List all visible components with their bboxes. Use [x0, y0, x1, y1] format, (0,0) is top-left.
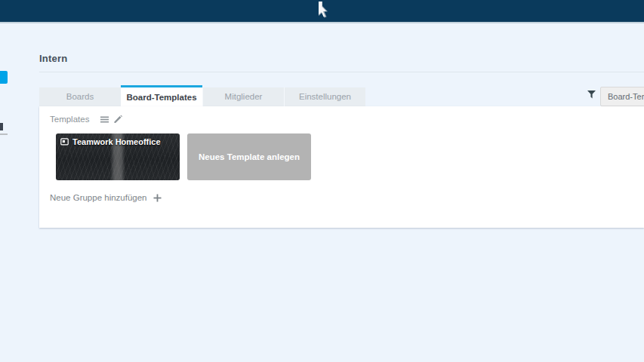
- plus-icon: [153, 194, 162, 202]
- tab-mitglieder[interactable]: Mitglieder: [202, 87, 284, 106]
- board-templates-panel: Templates Teamwork Homeoffice Neues Temp…: [39, 106, 644, 228]
- top-title-bar: [0, 0, 644, 23]
- sidebar-item-fragment: [0, 123, 3, 130]
- mouse-cursor-icon: [316, 2, 328, 21]
- add-template-button[interactable]: Neues Template anlegen: [187, 133, 311, 180]
- add-template-label: Neues Template anlegen: [199, 152, 300, 161]
- template-card-header: Teamwork Homeoffice: [56, 133, 180, 150]
- funnel-filter-icon[interactable]: [587, 90, 596, 99]
- board-template-filter-input[interactable]: [600, 87, 644, 106]
- add-group-button[interactable]: Neue Gruppe hinzufügen: [50, 193, 162, 202]
- tab-boards[interactable]: Boards: [39, 87, 121, 106]
- tab-board-templates[interactable]: Board-Templates: [121, 85, 202, 106]
- template-card-title: Teamwork Homeoffice: [72, 137, 161, 146]
- tab-einstellungen[interactable]: Einstellungen: [284, 87, 365, 106]
- sidebar-active-indicator[interactable]: [0, 71, 8, 84]
- templates-section-label: Templates: [50, 115, 89, 124]
- tab-bar: Boards Board-Templates Mitglieder Einste…: [39, 87, 365, 106]
- templates-section-header: Templates: [50, 114, 127, 124]
- page-title: Intern: [39, 53, 67, 64]
- board-icon: [60, 138, 69, 146]
- header-divider: [39, 72, 644, 72]
- edit-pencil-icon[interactable]: [113, 115, 123, 124]
- template-card-teamwork-homeoffice[interactable]: Teamwork Homeoffice: [56, 133, 180, 180]
- add-group-label: Neue Gruppe hinzufügen: [50, 193, 147, 202]
- sidebar-divider-fragment: [0, 133, 8, 135]
- group-menu-icon[interactable]: [100, 115, 109, 124]
